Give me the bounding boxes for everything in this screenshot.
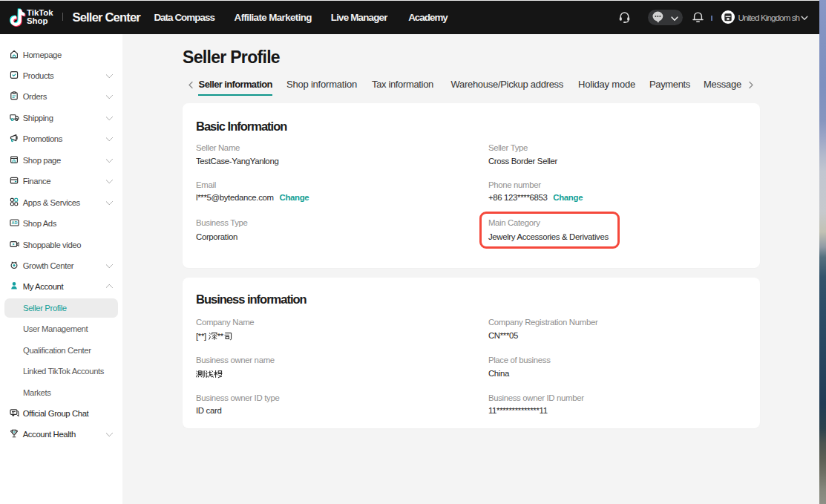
- svg-text:AD: AD: [11, 220, 17, 225]
